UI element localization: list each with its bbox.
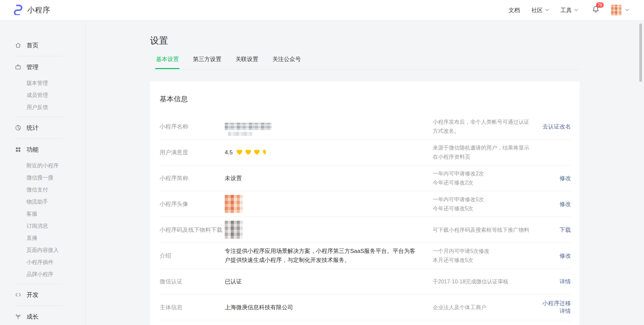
code-icon xyxy=(15,291,21,298)
entity-detail-link[interactable]: 详情 xyxy=(559,307,571,315)
sidebar-item-page-content[interactable]: 页面内容接入 xyxy=(0,244,85,256)
sidebar-item-brand[interactable]: 品牌小程序 xyxy=(0,268,85,280)
chevron-down-icon xyxy=(574,9,578,11)
setting-row-name: 小程序名称 小程序发布后，非个人类帐号可通过认证方式改名。 去认证改名 xyxy=(160,114,571,140)
setting-row-intro: 介绍 专注提供小程序应用场景解决方案，小程序第三方SaaS服务平台。平台为客户提… xyxy=(160,243,571,269)
sidebar-item-member-manage[interactable]: 成员管理 xyxy=(0,89,85,101)
top-header: 小程序 文档 社区 工具 78 xyxy=(0,0,644,20)
nav-tools-label: 工具 xyxy=(560,6,572,14)
setting-row-category: IT科技 > 硬件与设备 xyxy=(160,320,571,325)
sidebar: 首页 管理 版本管理 成员管理 用户反馈 统计 功能 附近的小程序 微信搜一搜 … xyxy=(0,20,86,325)
modify-intro-link[interactable]: 修改 xyxy=(559,252,571,260)
user-avatar xyxy=(611,5,622,15)
sidebar-item-label: 管理 xyxy=(26,63,39,71)
row-label: 微信认证 xyxy=(160,278,225,285)
sidebar-divider xyxy=(15,139,63,139)
manage-submenu: 版本管理 成员管理 用户反馈 xyxy=(0,77,85,113)
sidebar-item-nearby[interactable]: 附近的小程序 xyxy=(0,160,85,172)
modify-short-name-link[interactable]: 修改 xyxy=(559,174,571,182)
chevron-down-icon xyxy=(545,9,549,11)
row-note: 小程序发布后，非个人类帐号可通过认证方式改名。 xyxy=(433,117,533,136)
header-nav: 文档 社区 工具 78 xyxy=(508,5,629,15)
row-label: 用户满意度 xyxy=(160,149,225,156)
row-label: 小程序头像 xyxy=(160,200,225,208)
row-value xyxy=(225,123,433,130)
sidebar-item-label: 统计 xyxy=(26,124,39,132)
sidebar-item-plugin[interactable]: 小程序插件 xyxy=(0,256,85,268)
sidebar-item-customer-service[interactable]: 客服 xyxy=(0,208,85,220)
sidebar-item-live[interactable]: 直播 xyxy=(0,232,85,244)
sidebar-item-logistics[interactable]: 物流助手 xyxy=(0,196,85,208)
note-line: 一年内可申请修改5次 xyxy=(433,195,533,204)
nav-community[interactable]: 社区 xyxy=(531,6,549,14)
app-logo-text: 小程序 xyxy=(27,5,50,15)
miniprogram-qrcode-image xyxy=(225,221,243,239)
account-menu[interactable] xyxy=(611,5,629,15)
sidebar-item-growth[interactable]: 成长 xyxy=(0,309,85,324)
setting-row-verification: 微信认证 已认证 于2017-10-18完成微信认证审核 详情 xyxy=(160,269,571,294)
sidebar-divider xyxy=(15,117,63,117)
sidebar-item-search[interactable]: 微信搜一搜 xyxy=(0,172,85,184)
row-note: 企业法人及个体工商户 xyxy=(433,303,533,312)
scrollbar-thumb[interactable] xyxy=(639,23,642,82)
satisfaction-rating: 4.5 xyxy=(225,148,419,157)
row-action: 下载 xyxy=(533,226,571,234)
sidebar-divider xyxy=(15,284,63,284)
sidebar-item-manage[interactable]: 管理 xyxy=(0,60,85,74)
row-value xyxy=(225,195,433,213)
growth-icon xyxy=(15,313,21,320)
row-label: 小程序名称 xyxy=(160,123,225,130)
notification-bell[interactable]: 78 xyxy=(592,5,600,15)
basic-info-card: 基本信息 小程序名称 小程序发布后，非个人类帐号可通过认证方式改名。 去认证改名… xyxy=(150,82,580,325)
row-action: 去认证改名 xyxy=(533,123,571,130)
home-icon xyxy=(15,42,21,49)
page-title: 设置 xyxy=(150,35,580,47)
row-label: 主体信息 xyxy=(160,304,225,311)
modify-avatar-link[interactable]: 修改 xyxy=(559,200,571,208)
tab-follow-official-account[interactable]: 关注公众号 xyxy=(272,55,302,69)
sidebar-item-version-manage[interactable]: 版本管理 xyxy=(0,77,85,89)
sidebar-item-subscribe-message[interactable]: 订阅消息 xyxy=(0,220,85,232)
sidebar-divider xyxy=(15,56,63,56)
sidebar-divider xyxy=(15,306,63,306)
main-content: 设置 基本设置 第三方设置 关联设置 关注公众号 基本信息 小程序名称 小程序发… xyxy=(86,20,644,325)
miniprogram-migrate-link[interactable]: 小程序迁移 xyxy=(542,300,571,307)
rename-verify-link[interactable]: 去认证改名 xyxy=(542,123,571,130)
settings-tabs: 基本设置 第三方设置 关联设置 关注公众号 xyxy=(150,55,580,69)
sidebar-item-home[interactable]: 首页 xyxy=(0,38,85,53)
verification-detail-link[interactable]: 详情 xyxy=(559,278,571,285)
nav-community-label: 社区 xyxy=(531,6,543,14)
note-line: 今年还可修改5次 xyxy=(433,204,533,213)
features-submenu: 附近的小程序 微信搜一搜 微信支付 物流助手 客服 订阅消息 直播 页面内容接入… xyxy=(0,160,85,280)
heart-icon xyxy=(236,149,243,156)
heart-icon xyxy=(254,149,260,156)
sidebar-item-stats[interactable]: 统计 xyxy=(0,120,85,135)
tab-third-party-settings[interactable]: 第三方设置 xyxy=(192,55,222,69)
nav-docs[interactable]: 文档 xyxy=(508,6,520,14)
heart-icon xyxy=(245,149,252,156)
sidebar-item-label: 功能 xyxy=(26,146,39,154)
features-icon xyxy=(15,146,21,153)
section-title: 基本信息 xyxy=(160,94,571,104)
setting-row-entity: 主体信息 上海微庚信息科技有限公司 企业法人及个体工商户 小程序迁移 详情 xyxy=(160,294,571,320)
rating-score: 4.5 xyxy=(225,148,233,157)
row-note: 一年内可申请修改5次 今年还可修改5次 xyxy=(433,195,533,213)
redacted-miniprogram-name xyxy=(225,123,272,130)
note-line: 一个月内可申请5次修改 xyxy=(433,247,533,256)
sidebar-item-label: 开发 xyxy=(26,291,39,299)
sidebar-item-wechat-pay[interactable]: 微信支付 xyxy=(0,184,85,196)
nav-tools[interactable]: 工具 xyxy=(560,6,578,14)
app-logo[interactable]: 小程序 xyxy=(12,4,50,16)
setting-row-satisfaction: 用户满意度 4.5 来源于微信随机邀请的用户，结果将显示在小程序资料页 xyxy=(160,140,571,165)
sidebar-item-user-feedback[interactable]: 用户反馈 xyxy=(0,101,85,113)
miniprogram-avatar-image xyxy=(225,195,243,213)
download-qrcode-link[interactable]: 下载 xyxy=(559,226,571,234)
row-action: 修改 xyxy=(533,174,571,182)
sidebar-item-develop[interactable]: 开发 xyxy=(0,287,85,302)
setting-row-qrcode: 小程序码及线下物料下载 可下载小程序码及搜索框等线下推广物料 下载 xyxy=(160,217,571,243)
tab-association-settings[interactable]: 关联设置 xyxy=(235,55,259,69)
tab-basic-settings[interactable]: 基本设置 xyxy=(155,55,179,69)
sidebar-item-features[interactable]: 功能 xyxy=(0,142,85,157)
row-note: 可下载小程序码及搜索框等线下推广物料 xyxy=(433,225,533,234)
manage-icon xyxy=(15,64,21,70)
